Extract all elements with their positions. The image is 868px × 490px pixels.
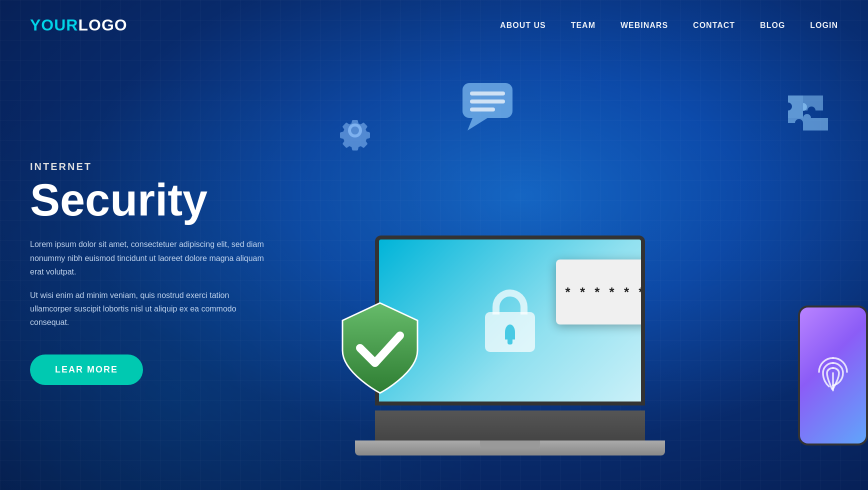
laptop-base — [355, 440, 665, 456]
lock-shackle — [492, 290, 528, 314]
hero-title: Security — [30, 178, 330, 222]
cta-button[interactable]: LEAR MORE — [30, 354, 143, 385]
puzzle-icon — [783, 90, 828, 145]
nav-item-webinars[interactable]: WEBINARS — [620, 21, 668, 30]
hero-description1: Lorem ipsum dolor sit amet, consectetuer… — [30, 238, 265, 278]
chat-bubble-icon — [460, 80, 515, 141]
hero-subtitle: INTERNET — [30, 161, 330, 172]
phone-screen — [800, 308, 866, 444]
right-panel: * * * * * * — [330, 50, 838, 486]
left-panel: INTERNET Security Lorem ipsum dolor sit … — [30, 151, 330, 384]
nav-item-team[interactable]: TEAM — [571, 21, 596, 30]
lock-keyhole — [505, 324, 515, 340]
nav: ABOUT US TEAM WEBINARS CONTACT BLOG LOGI… — [500, 21, 838, 30]
shield-icon — [340, 300, 420, 396]
svg-rect-3 — [470, 100, 505, 104]
phone — [798, 306, 868, 446]
svg-marker-1 — [468, 118, 488, 130]
nav-item-about[interactable]: ABOUT US — [500, 21, 546, 30]
gear-icon — [335, 110, 375, 159]
svg-rect-2 — [470, 92, 505, 96]
logo[interactable]: YOURLOGO — [30, 16, 128, 34]
laptop: * * * * * * — [355, 236, 665, 456]
nav-item-login[interactable]: LOGIN — [810, 21, 838, 30]
lock-body — [485, 312, 535, 352]
logo-part1: YOUR — [30, 16, 78, 34]
password-popup: * * * * * * — [556, 260, 645, 324]
main-content: INTERNET Security Lorem ipsum dolor sit … — [0, 50, 868, 486]
lock-icon — [485, 290, 535, 352]
password-dots: * * * * * * — [566, 284, 645, 300]
nav-item-blog[interactable]: BLOG — [760, 21, 785, 30]
svg-rect-4 — [470, 108, 495, 112]
laptop-keyboard — [375, 410, 645, 440]
nav-item-contact[interactable]: CONTACT — [693, 21, 735, 30]
logo-part2: LOGO — [78, 16, 127, 34]
hero-description2: Ut wisi enim ad minim veniam, quis nostr… — [30, 288, 265, 330]
header: YOURLOGO ABOUT US TEAM WEBINARS CONTACT … — [0, 0, 868, 50]
fingerprint-icon — [813, 353, 853, 398]
